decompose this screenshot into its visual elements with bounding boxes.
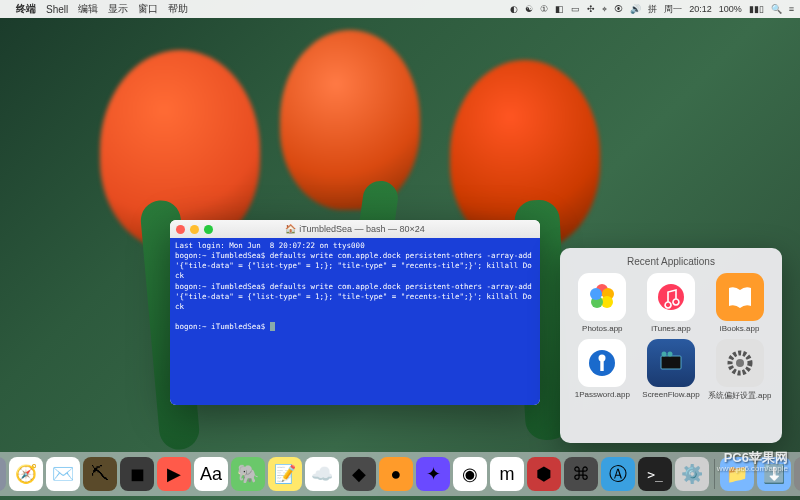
dock-notes[interactable]: 📝 [268, 457, 302, 491]
window-titlebar[interactable]: 🏠 iTumbledSea — bash — 80×24 [170, 220, 540, 238]
dock-terminal[interactable]: >_ [638, 457, 672, 491]
status-icon[interactable]: ◐ [510, 4, 518, 14]
svg-rect-9 [661, 356, 681, 369]
dock-app[interactable]: m [490, 457, 524, 491]
dock-app[interactable]: ◆ [342, 457, 376, 491]
display-icon[interactable]: ▭ [571, 4, 580, 14]
recent-apps-popover: Recent Applications Photos.app iTunes.ap… [560, 248, 782, 443]
bluetooth-icon[interactable]: ⌖ [602, 4, 607, 15]
dock-app[interactable]: ▶ [157, 457, 191, 491]
recent-item-label: 1Password.app [575, 390, 630, 399]
svg-point-10 [661, 352, 666, 357]
dock-app[interactable]: ⬢ [527, 457, 561, 491]
terminal-window[interactable]: 🏠 iTumbledSea — bash — 80×24 Last login:… [170, 220, 540, 405]
dock-settings[interactable]: ⚙️ [675, 457, 709, 491]
recent-item-system-preferences[interactable]: 系统偏好设置.app [707, 339, 772, 401]
clock-day[interactable]: 周一 [664, 3, 682, 16]
terminal-content[interactable]: Last login: Mon Jun 8 20:07:22 on ttys00… [170, 238, 540, 405]
recent-item-ibooks[interactable]: iBooks.app [707, 273, 772, 333]
recent-item-itunes[interactable]: iTunes.app [639, 273, 704, 333]
terminal-prompt: bogon:~ iTumbledSea$ [175, 322, 270, 331]
menu-shell[interactable]: Shell [46, 4, 68, 15]
window-title: iTumbledSea — bash — 80×24 [299, 224, 425, 234]
dock-recent-stack[interactable]: ▦ [794, 457, 800, 491]
close-button[interactable] [176, 225, 185, 234]
dock-separator [714, 459, 715, 489]
svg-rect-8 [601, 360, 604, 371]
menu-edit[interactable]: 编辑 [78, 2, 98, 16]
terminal-line: Last login: Mon Jun 8 20:07:22 on ttys00… [175, 241, 365, 250]
dock-app[interactable]: ☁️ [305, 457, 339, 491]
settings-icon [716, 339, 764, 387]
wifi-icon[interactable]: ⦿ [614, 4, 623, 14]
dock-app[interactable]: ◉ [453, 457, 487, 491]
recent-apps-title: Recent Applications [570, 256, 772, 267]
menu-view[interactable]: 显示 [108, 2, 128, 16]
screenflow-icon [647, 339, 695, 387]
watermark-url: www.pc6.com/apple [717, 465, 788, 474]
recent-item-photos[interactable]: Photos.app [570, 273, 635, 333]
dock-app[interactable]: ⌘ [564, 457, 598, 491]
wallpaper-tulip [280, 30, 420, 210]
photos-icon [578, 273, 626, 321]
status-icon[interactable]: ① [540, 4, 548, 14]
recent-item-label: iTunes.app [651, 324, 690, 333]
battery-icon[interactable]: ▮▮▯ [749, 4, 764, 14]
terminal-cursor [270, 322, 275, 331]
zoom-button[interactable] [204, 225, 213, 234]
status-icon[interactable]: ☯ [525, 4, 533, 14]
dock-app[interactable]: ⛏ [83, 457, 117, 491]
svg-point-11 [667, 352, 672, 357]
itunes-icon [647, 273, 695, 321]
menu-window[interactable]: 窗口 [138, 2, 158, 16]
dock-safari[interactable]: 🧭 [9, 457, 43, 491]
dock-appstore[interactable]: Ⓐ [601, 457, 635, 491]
dock-app[interactable]: ✦ [416, 457, 450, 491]
svg-point-13 [736, 359, 744, 367]
dock-mail[interactable]: ✉️ [46, 457, 80, 491]
timemachine-icon[interactable]: ✣ [587, 4, 595, 14]
dock-launchpad[interactable]: 🚀 [0, 457, 6, 491]
notification-center-icon[interactable]: ≡ [789, 4, 794, 14]
volume-icon[interactable]: 🔊 [630, 4, 641, 14]
home-icon: 🏠 [285, 224, 296, 234]
watermark: PC6苹果网 www.pc6.com/apple [717, 451, 788, 474]
input-icon[interactable]: 拼 [648, 3, 657, 16]
recent-item-label: ScreenFlow.app [642, 390, 699, 399]
onepassword-icon [578, 339, 626, 387]
spotlight-icon[interactable]: 🔍 [771, 4, 782, 14]
recent-item-screenflow[interactable]: ScreenFlow.app [639, 339, 704, 401]
status-icon[interactable]: ◧ [555, 4, 564, 14]
recent-item-label: 系统偏好设置.app [708, 390, 772, 401]
minimize-button[interactable] [190, 225, 199, 234]
recent-item-label: iBooks.app [720, 324, 760, 333]
terminal-line: bogon:~ iTumbledSea$ defaults write com.… [175, 251, 536, 280]
watermark-text: PC6苹果网 [717, 451, 788, 465]
terminal-line: bogon:~ iTumbledSea$ defaults write com.… [175, 282, 536, 311]
dock: 😊 🚀 🧭 ✉️ ⛏ ◼︎ ▶ Aa 🐘 📝 ☁️ ◆ ● ✦ ◉ m ⬢ ⌘ … [0, 452, 800, 496]
recent-item-label: Photos.app [582, 324, 622, 333]
menu-help[interactable]: 帮助 [168, 2, 188, 16]
svg-point-4 [590, 288, 602, 300]
battery-percent[interactable]: 100% [719, 4, 742, 14]
clock-time[interactable]: 20:12 [689, 4, 712, 14]
dock-app[interactable]: Aa [194, 457, 228, 491]
dock-app[interactable]: ◼︎ [120, 457, 154, 491]
app-menu[interactable]: 终端 [16, 2, 36, 16]
ibooks-icon [716, 273, 764, 321]
menubar: 终端 Shell 编辑 显示 窗口 帮助 ◐ ☯ ① ◧ ▭ ✣ ⌖ ⦿ 🔊 拼… [0, 0, 800, 18]
dock-evernote[interactable]: 🐘 [231, 457, 265, 491]
dock-app[interactable]: ● [379, 457, 413, 491]
recent-item-1password[interactable]: 1Password.app [570, 339, 635, 401]
